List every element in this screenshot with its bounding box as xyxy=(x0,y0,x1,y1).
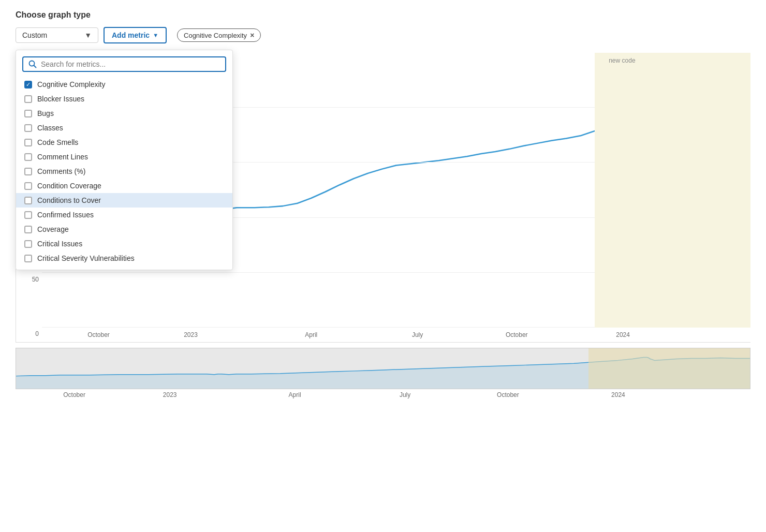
mini-x-label-3: July xyxy=(400,391,410,398)
metric-checkbox-5 xyxy=(24,153,32,161)
metric-label-5: Comment Lines xyxy=(37,153,88,161)
x-axis: October2023AprilJulyOctober2024 xyxy=(42,328,750,342)
page-title: Choose graph type xyxy=(16,10,750,20)
controls-row: Custom ▼ Add metric ▼ Cognitive Complexi… xyxy=(16,27,750,43)
metric-item-10[interactable]: Coverage xyxy=(16,222,232,237)
x-label-5: 2024 xyxy=(616,331,630,338)
metric-label-7: Condition Coverage xyxy=(37,182,101,190)
metric-item-6[interactable]: Comments (%) xyxy=(16,164,232,179)
metric-checkbox-4 xyxy=(24,139,32,146)
add-metric-button[interactable]: Add metric ▼ xyxy=(104,27,167,43)
new-code-label: new code xyxy=(609,57,635,64)
tag-label-0: Cognitive Complexity xyxy=(184,32,247,39)
metric-item-1[interactable]: Blocker Issues xyxy=(16,92,232,106)
mini-x-label-5: 2024 xyxy=(611,391,625,398)
x-label-1: 2023 xyxy=(184,331,198,338)
graph-type-chevron: ▼ xyxy=(84,31,92,39)
metric-label-11: Critical Issues xyxy=(37,240,82,248)
x-label-3: July xyxy=(412,331,423,338)
mini-x-label-4: October xyxy=(497,391,519,398)
graph-type-value: Custom xyxy=(22,31,47,39)
metric-item-4[interactable]: Code Smells xyxy=(16,135,232,150)
metric-checkbox-1 xyxy=(24,95,32,103)
metric-checkbox-9 xyxy=(24,211,32,219)
metrics-list: ✓Cognitive ComplexityBlocker IssuesBugsC… xyxy=(16,77,232,265)
svg-line-1 xyxy=(34,66,36,68)
metric-checkbox-3 xyxy=(24,124,32,132)
graph-type-select[interactable]: Custom ▼ xyxy=(16,27,98,43)
metric-label-3: Classes xyxy=(37,124,63,132)
metric-checkbox-10 xyxy=(24,226,32,233)
metric-label-9: Confirmed Issues xyxy=(37,211,94,219)
mini-x-label-2: April xyxy=(289,391,301,398)
search-row xyxy=(22,56,226,72)
y-label-0: 0 xyxy=(16,331,42,337)
metric-checkbox-6 xyxy=(24,168,32,175)
add-metric-label: Add metric xyxy=(112,31,150,39)
metric-checkbox-2 xyxy=(24,110,32,117)
dropdown-panel: ✓Cognitive ComplexityBlocker IssuesBugsC… xyxy=(16,50,233,270)
metric-item-8[interactable]: Conditions to Cover xyxy=(16,193,232,208)
search-input[interactable] xyxy=(41,60,220,68)
metric-item-2[interactable]: Bugs xyxy=(16,106,232,121)
metric-checkbox-11 xyxy=(24,240,32,248)
tag-0: Cognitive Complexity× xyxy=(177,28,261,42)
metric-label-2: Bugs xyxy=(37,109,54,117)
tag-close-0[interactable]: × xyxy=(250,31,254,39)
x-label-4: October xyxy=(506,331,528,338)
metric-checkbox-0: ✓ xyxy=(24,81,32,88)
metric-item-0[interactable]: ✓Cognitive Complexity xyxy=(16,77,232,92)
metric-item-9[interactable]: Confirmed Issues xyxy=(16,208,232,222)
x-label-0: October xyxy=(87,331,110,338)
mini-x-label-0: October xyxy=(63,391,85,398)
mini-x-label-1: 2023 xyxy=(163,391,177,398)
mini-x-axis: October2023AprilJulyOctober2024 xyxy=(16,389,750,401)
metric-item-11[interactable]: Critical Issues xyxy=(16,237,232,251)
mini-chart-area xyxy=(16,348,750,389)
metric-label-8: Conditions to Cover xyxy=(37,196,101,204)
metric-checkbox-12 xyxy=(24,255,32,262)
metric-label-6: Comments (%) xyxy=(37,167,85,175)
metric-label-4: Code Smells xyxy=(37,138,78,146)
new-code-bg xyxy=(595,53,750,328)
metric-label-1: Blocker Issues xyxy=(37,95,84,103)
metric-item-5[interactable]: Comment Lines xyxy=(16,150,232,164)
x-label-2: April xyxy=(305,331,317,338)
mini-new-code-bg xyxy=(588,348,750,389)
search-icon xyxy=(28,60,37,68)
metric-label-10: Coverage xyxy=(37,225,69,233)
metric-checkbox-7 xyxy=(24,182,32,190)
add-metric-chevron: ▼ xyxy=(153,32,158,38)
y-label-1: 50 xyxy=(16,276,42,283)
tags-row: Cognitive Complexity× xyxy=(177,28,261,42)
metric-item-3[interactable]: Classes xyxy=(16,121,232,135)
metric-label-12: Critical Severity Vulnerabilities xyxy=(37,254,135,262)
metric-item-7[interactable]: Condition Coverage xyxy=(16,179,232,193)
metric-label-0: Cognitive Complexity xyxy=(37,80,106,88)
mini-chart-wrapper: October2023AprilJulyOctober2024 xyxy=(16,348,750,401)
metric-item-12[interactable]: Critical Severity Vulnerabilities xyxy=(16,251,232,265)
metric-checkbox-8 xyxy=(24,197,32,204)
